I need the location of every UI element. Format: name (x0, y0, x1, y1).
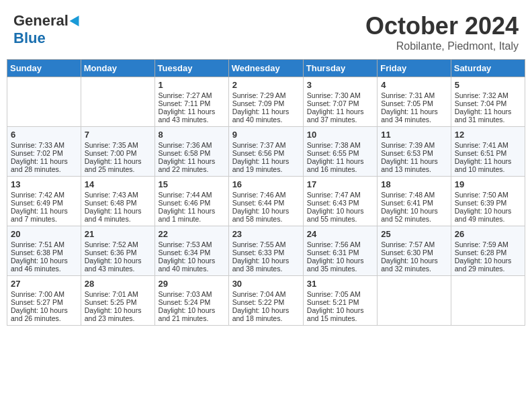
cell-content: Sunrise: 7:50 AM (455, 191, 521, 199)
cell-content: Sunrise: 7:30 AM (307, 91, 373, 99)
calendar-table: SundayMondayTuesdayWednesdayThursdayFrid… (7, 59, 525, 326)
calendar-cell: 18Sunrise: 7:48 AMSunset: 6:41 PMDayligh… (378, 177, 451, 226)
cell-content: Sunrise: 7:46 AM (232, 191, 300, 199)
calendar-cell: 29Sunrise: 7:03 AMSunset: 5:24 PMDayligh… (154, 276, 228, 326)
cell-content: Daylight: 11 hours and 28 minutes. (11, 157, 77, 173)
cell-content: Sunrise: 7:55 AM (232, 240, 300, 248)
cell-content: Sunset: 5:21 PM (307, 298, 373, 306)
cell-content: Sunset: 7:05 PM (381, 99, 447, 107)
day-number: 25 (381, 229, 447, 239)
cell-content: Daylight: 11 hours and 13 minutes. (381, 157, 447, 173)
calendar-cell: 10Sunrise: 7:38 AMSunset: 6:55 PMDayligh… (303, 127, 377, 177)
day-header-tuesday: Tuesday (154, 60, 228, 77)
cell-content: Sunset: 6:46 PM (159, 199, 225, 207)
cell-content: Sunrise: 7:37 AM (232, 141, 300, 149)
day-number: 23 (232, 229, 300, 239)
calendar-cell: 13Sunrise: 7:42 AMSunset: 6:49 PMDayligh… (7, 177, 81, 226)
cell-content: Daylight: 11 hours and 43 minutes. (159, 107, 225, 124)
cell-content: Sunrise: 7:48 AM (381, 191, 447, 199)
cell-content: Daylight: 10 hours and 35 minutes. (307, 257, 373, 273)
day-number: 13 (11, 179, 77, 189)
calendar-cell (81, 77, 154, 127)
cell-content: Sunrise: 7:42 AM (11, 191, 77, 199)
cell-content: Daylight: 11 hours and 1 minute. (159, 207, 225, 223)
cell-content: Sunset: 6:41 PM (381, 199, 447, 207)
cell-content: Sunset: 6:39 PM (455, 199, 521, 207)
day-number: 18 (381, 179, 447, 189)
cell-content: Sunset: 5:25 PM (85, 298, 151, 306)
cell-content: Sunset: 7:04 PM (455, 99, 521, 107)
calendar-cell: 3Sunrise: 7:30 AMSunset: 7:07 PMDaylight… (303, 77, 377, 127)
day-header-monday: Monday (81, 60, 154, 77)
cell-content: Sunset: 6:43 PM (307, 199, 373, 207)
day-number: 8 (159, 130, 225, 140)
cell-content: Sunset: 6:36 PM (85, 248, 151, 257)
calendar-week-4: 20Sunrise: 7:51 AMSunset: 6:38 PMDayligh… (7, 226, 525, 276)
cell-content: Daylight: 10 hours and 40 minutes. (159, 257, 225, 273)
cell-content: Daylight: 10 hours and 15 minutes. (307, 306, 373, 322)
day-number: 17 (307, 179, 373, 189)
cell-content: Sunrise: 7:53 AM (159, 240, 225, 248)
calendar-cell: 25Sunrise: 7:57 AMSunset: 6:30 PMDayligh… (378, 226, 451, 276)
cell-content: Sunset: 6:33 PM (232, 248, 300, 257)
cell-content: Daylight: 11 hours and 34 minutes. (381, 107, 447, 124)
cell-content: Sunset: 7:07 PM (307, 99, 373, 107)
day-number: 6 (11, 130, 77, 140)
cell-content: Daylight: 11 hours and 16 minutes. (307, 157, 373, 173)
calendar-cell (451, 276, 525, 326)
cell-content: Daylight: 10 hours and 29 minutes. (455, 257, 521, 273)
day-number: 3 (307, 80, 373, 90)
cell-content: Sunrise: 7:00 AM (11, 290, 77, 298)
day-header-saturday: Saturday (451, 60, 525, 77)
calendar-week-5: 27Sunrise: 7:00 AMSunset: 5:27 PMDayligh… (7, 276, 525, 326)
calendar-week-3: 13Sunrise: 7:42 AMSunset: 6:49 PMDayligh… (7, 177, 525, 226)
calendar-header-row: SundayMondayTuesdayWednesdayThursdayFrid… (7, 60, 525, 77)
calendar-cell: 12Sunrise: 7:41 AMSunset: 6:51 PMDayligh… (451, 127, 525, 177)
cell-content: Sunset: 5:22 PM (232, 298, 300, 306)
calendar-cell: 5Sunrise: 7:32 AMSunset: 7:04 PMDaylight… (451, 77, 525, 127)
cell-content: Daylight: 11 hours and 37 minutes. (307, 107, 373, 124)
calendar-cell: 15Sunrise: 7:44 AMSunset: 6:46 PMDayligh… (154, 177, 228, 226)
day-header-thursday: Thursday (303, 60, 377, 77)
cell-content: Daylight: 11 hours and 10 minutes. (455, 157, 521, 173)
logo-general: General (13, 12, 69, 30)
cell-content: Sunrise: 7:27 AM (159, 91, 225, 99)
cell-content: Sunset: 6:56 PM (232, 149, 300, 157)
day-number: 4 (381, 80, 447, 90)
calendar-cell: 30Sunrise: 7:04 AMSunset: 5:22 PMDayligh… (228, 276, 303, 326)
cell-content: Sunset: 6:28 PM (455, 248, 521, 257)
calendar-cell (7, 77, 81, 127)
cell-content: Sunrise: 7:56 AM (307, 240, 373, 248)
cell-content: Sunrise: 7:36 AM (159, 141, 225, 149)
cell-content: Sunset: 6:51 PM (455, 149, 521, 157)
cell-content: Sunset: 6:30 PM (381, 248, 447, 257)
cell-content: Sunset: 6:53 PM (381, 149, 447, 157)
cell-content: Sunrise: 7:47 AM (307, 191, 373, 199)
calendar-cell: 22Sunrise: 7:53 AMSunset: 6:34 PMDayligh… (154, 226, 228, 276)
day-number: 31 (307, 279, 373, 289)
cell-content: Daylight: 10 hours and 26 minutes. (11, 306, 77, 322)
day-header-sunday: Sunday (7, 60, 81, 77)
cell-content: Sunrise: 7:35 AM (85, 141, 151, 149)
calendar-cell: 17Sunrise: 7:47 AMSunset: 6:43 PMDayligh… (303, 177, 377, 226)
cell-content: Sunrise: 7:52 AM (85, 240, 151, 248)
cell-content: Sunset: 7:09 PM (232, 99, 300, 107)
day-number: 14 (85, 179, 151, 189)
location: Robilante, Piedmont, Italy (365, 40, 519, 52)
calendar-cell: 19Sunrise: 7:50 AMSunset: 6:39 PMDayligh… (451, 177, 525, 226)
calendar-cell: 21Sunrise: 7:52 AMSunset: 6:36 PMDayligh… (81, 226, 154, 276)
day-number: 30 (232, 279, 300, 289)
cell-content: Sunrise: 7:32 AM (455, 91, 521, 99)
cell-content: Sunset: 6:58 PM (159, 149, 225, 157)
calendar-cell: 4Sunrise: 7:31 AMSunset: 7:05 PMDaylight… (378, 77, 451, 127)
cell-content: Daylight: 10 hours and 23 minutes. (85, 306, 151, 322)
day-number: 16 (232, 179, 300, 189)
cell-content: Daylight: 10 hours and 32 minutes. (381, 257, 447, 273)
cell-content: Sunset: 7:00 PM (85, 149, 151, 157)
day-header-wednesday: Wednesday (228, 60, 303, 77)
cell-content: Sunrise: 7:05 AM (307, 290, 373, 298)
cell-content: Daylight: 10 hours and 55 minutes. (307, 207, 373, 223)
cell-content: Daylight: 10 hours and 18 minutes. (232, 306, 300, 322)
calendar-cell: 11Sunrise: 7:39 AMSunset: 6:53 PMDayligh… (378, 127, 451, 177)
cell-content: Sunset: 6:44 PM (232, 199, 300, 207)
